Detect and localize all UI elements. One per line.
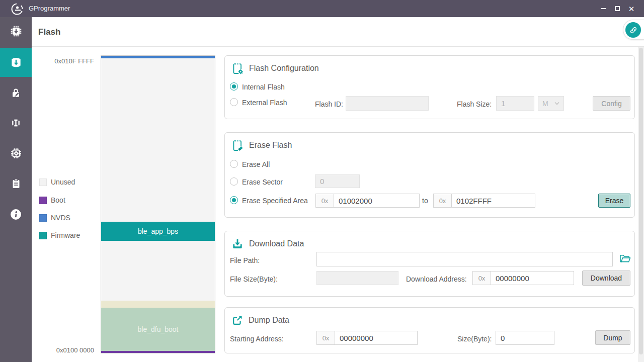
legend-label: Firmware	[51, 231, 80, 239]
legend-label: Boot	[51, 196, 65, 204]
config-button[interactable]: Config	[593, 96, 630, 111]
legend-label: Unused	[51, 178, 75, 186]
sidebar-item-about[interactable]	[0, 202, 32, 226]
erase-flash-panel: Erase Flash Erase All Erase Sector Erase…	[224, 132, 635, 218]
lock-pencil-icon	[10, 86, 22, 99]
download-address-input[interactable]	[491, 271, 574, 285]
map-top-address: 0x010F FFFF	[39, 57, 94, 65]
flash-id-label: Flash ID:	[315, 100, 343, 108]
dump-size-input[interactable]	[496, 331, 554, 345]
close-icon: ✕	[628, 5, 635, 13]
page-header: Flash	[32, 17, 644, 47]
flash-size-unit-select[interactable]: M	[538, 96, 564, 111]
erase-from-input[interactable]	[334, 194, 420, 208]
sidebar-item-pins[interactable]	[0, 111, 32, 135]
legend-swatch-unused	[39, 178, 47, 186]
sidebar-item-log[interactable]	[0, 171, 32, 196]
map-segment-unused	[101, 241, 215, 301]
scrollbar-thumb[interactable]	[639, 48, 643, 354]
download-data-icon	[231, 237, 244, 250]
legend-item-unused: Unused	[39, 178, 75, 186]
unit-value: M	[542, 100, 548, 108]
file-size-label: File Size(Byte):	[230, 275, 278, 283]
panel-title: Erase Flash	[249, 141, 292, 150]
flash-memory-map[interactable]: ble_app_bps ble_dfu_boot	[101, 55, 215, 353]
folder-open-icon	[619, 253, 631, 263]
legend-item-nvds: NVDS	[39, 214, 70, 222]
chevron-down-icon	[554, 102, 559, 105]
panel-title: Download Data	[249, 239, 304, 248]
dump-button[interactable]: Dump	[595, 330, 630, 345]
starting-address-input[interactable]	[335, 331, 418, 345]
title-bar: GProgrammer ✕	[0, 0, 644, 17]
internal-flash-label: Internal Flash	[242, 83, 285, 91]
erase-all-radio[interactable]	[230, 160, 238, 168]
file-path-label: File Path:	[230, 256, 260, 264]
map-segment-boot-strip	[101, 351, 215, 353]
hex-prefix-box: 0x	[433, 194, 451, 208]
legend-swatch-nvds	[39, 214, 47, 222]
pins-connector-icon	[10, 117, 22, 129]
map-segment-reserved	[101, 301, 215, 308]
page-title: Flash	[38, 17, 60, 47]
panel-title: Flash Configuration	[249, 64, 319, 73]
sidebar-item-encrypt-sign[interactable]	[0, 80, 32, 105]
erase-sector-radio[interactable]	[230, 177, 238, 186]
sidebar-nav	[0, 17, 32, 362]
clipboard-icon	[10, 177, 22, 190]
flash-id-input[interactable]	[346, 96, 429, 111]
app-title: GProgrammer	[29, 0, 70, 17]
dump-data-icon	[231, 314, 244, 326]
erase-flash-icon	[231, 139, 244, 152]
erase-specified-area-label: Erase Specified Area	[242, 197, 308, 205]
close-button[interactable]: ✕	[624, 0, 639, 17]
maximize-button[interactable]	[610, 0, 625, 17]
flash-config-icon	[231, 62, 244, 75]
map-segment-ble-dfu-boot[interactable]: ble_dfu_boot	[101, 308, 215, 351]
map-bottom-address: 0x0100 0000	[39, 346, 94, 354]
legend-label: NVDS	[51, 214, 70, 222]
maximize-icon	[615, 6, 620, 11]
map-segment-ble-app-bps[interactable]: ble_app_bps	[101, 222, 215, 241]
download-address-label: Download Address:	[406, 275, 467, 283]
legend-item-firmware: Firmware	[39, 231, 80, 239]
legend-swatch-firmware	[39, 232, 47, 239]
chip-download-icon	[10, 25, 23, 38]
browse-file-button[interactable]	[619, 253, 631, 265]
sidebar-item-chip-config[interactable]	[0, 141, 32, 165]
erase-sector-label: Erase Sector	[242, 178, 283, 186]
vertical-scrollbar[interactable]	[638, 47, 644, 362]
panel-title: Dump Data	[249, 316, 289, 325]
link-icon	[629, 26, 638, 35]
connect-pill	[623, 20, 644, 40]
flash-configuration-panel: Flash Configuration Internal Flash Exter…	[224, 55, 635, 119]
goodix-logo-icon	[11, 3, 24, 16]
sidebar-item-flash[interactable]	[0, 48, 32, 77]
minimize-icon	[601, 8, 606, 9]
flash-size-label: Flash Size:	[457, 100, 492, 108]
download-button[interactable]: Download	[582, 270, 630, 286]
erase-sector-input[interactable]	[315, 174, 360, 188]
minimize-button[interactable]	[596, 0, 611, 17]
chip-gear-icon	[10, 147, 23, 160]
erase-button[interactable]: Erase	[598, 194, 630, 208]
erase-specified-area-radio[interactable]	[230, 196, 238, 204]
legend-swatch-boot	[39, 197, 47, 204]
dump-size-label: Size(Byte):	[457, 335, 492, 343]
erase-to-input[interactable]	[451, 194, 535, 208]
sidebar-item-firmware-download[interactable]	[0, 19, 32, 43]
map-segment-unused	[101, 58, 215, 222]
external-flash-label: External Flash	[242, 99, 287, 107]
flash-size-input[interactable]	[496, 96, 534, 111]
file-path-input[interactable]	[316, 252, 613, 266]
dump-data-panel: Dump Data Starting Address: 0x Size(Byte…	[224, 307, 635, 353]
file-size-input[interactable]	[316, 271, 398, 285]
hex-prefix-box: 0x	[315, 194, 334, 208]
to-label: to	[422, 197, 428, 205]
erase-all-label: Erase All	[242, 160, 270, 168]
internal-flash-radio[interactable]	[230, 82, 238, 90]
gprogrammer-window: GProgrammer ✕	[0, 0, 644, 362]
info-icon	[10, 208, 22, 221]
external-flash-radio[interactable]	[230, 98, 238, 106]
connect-button[interactable]	[625, 22, 641, 38]
